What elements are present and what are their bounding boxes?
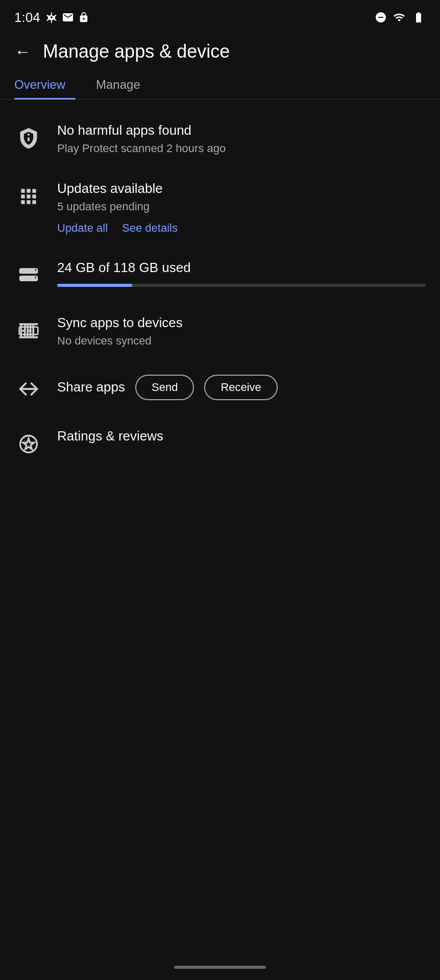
sync-section: Sync apps to devices No devices synced	[14, 302, 426, 360]
play-protect-subtitle: Play Protect scanned 2 hours ago	[57, 141, 426, 156]
updates-text: Updates available 5 updates pending Upda…	[57, 180, 426, 234]
updates-icon	[14, 182, 43, 211]
ratings-text: Ratings & reviews	[57, 428, 426, 445]
svg-rect-0	[35, 269, 36, 271]
share-apps-buttons: Share apps Send Receive	[57, 375, 426, 400]
status-right	[375, 11, 426, 23]
back-button[interactable]: ←	[14, 42, 31, 61]
tab-manage[interactable]: Manage	[96, 70, 151, 99]
play-protect-icon	[14, 124, 43, 153]
play-protect-text: No harmful apps found Play Protect scann…	[57, 122, 426, 156]
play-protect-title: No harmful apps found	[57, 122, 426, 139]
sync-title: Sync apps to devices	[57, 314, 426, 332]
storage-icon	[14, 261, 43, 290]
ratings-section[interactable]: Ratings & reviews	[14, 415, 426, 471]
updates-actions: Update all See details	[57, 222, 426, 235]
content-area: No harmful apps found Play Protect scann…	[0, 100, 440, 481]
ratings-title: Ratings & reviews	[57, 428, 426, 445]
updates-title: Updates available	[57, 180, 426, 198]
update-all-link[interactable]: Update all	[57, 222, 108, 235]
storage-progress-bar	[57, 284, 132, 287]
svg-rect-4	[28, 330, 31, 332]
sync-subtitle: No devices synced	[57, 334, 426, 349]
wifi-icon	[392, 11, 406, 23]
page-title: Manage apps & device	[43, 41, 230, 62]
updates-section: Updates available 5 updates pending Upda…	[14, 168, 426, 247]
share-apps-section: Share apps Send Receive	[14, 360, 426, 415]
status-left: 1:04	[14, 10, 89, 26]
storage-text: 24 GB of 118 GB used	[57, 259, 426, 287]
share-apps-icon	[14, 375, 43, 403]
status-icons-left	[45, 11, 89, 23]
receive-button[interactable]: Receive	[204, 375, 277, 400]
share-apps-title: Share apps	[57, 379, 125, 396]
see-details-link[interactable]: See details	[122, 222, 178, 235]
storage-title: 24 GB of 118 GB used	[57, 259, 426, 277]
storage-section: 24 GB of 118 GB used	[14, 247, 426, 302]
svg-rect-1	[35, 277, 36, 279]
status-bar: 1:04	[0, 0, 440, 31]
storage-progress-container	[57, 284, 426, 287]
svg-rect-3	[22, 330, 26, 332]
share-apps-text: Share apps Send Receive	[57, 373, 426, 400]
updates-subtitle: 5 updates pending	[57, 200, 426, 214]
bottom-bar	[0, 954, 440, 980]
status-time: 1:04	[14, 10, 40, 26]
home-indicator	[174, 966, 266, 969]
ratings-icon	[14, 430, 43, 458]
battery-icon	[411, 11, 426, 23]
sync-text: Sync apps to devices No devices synced	[57, 314, 426, 348]
tabs: Overview Manage	[0, 70, 440, 100]
header: ← Manage apps & device	[0, 31, 440, 70]
dnd-icon	[375, 11, 387, 23]
mail-icon	[62, 11, 74, 23]
tab-overview[interactable]: Overview	[14, 70, 76, 99]
play-protect-section: No harmful apps found Play Protect scann…	[14, 110, 426, 168]
notification-icon	[78, 12, 89, 23]
send-button[interactable]: Send	[135, 375, 194, 400]
sync-icon	[14, 316, 43, 345]
windmill-icon	[45, 11, 58, 23]
